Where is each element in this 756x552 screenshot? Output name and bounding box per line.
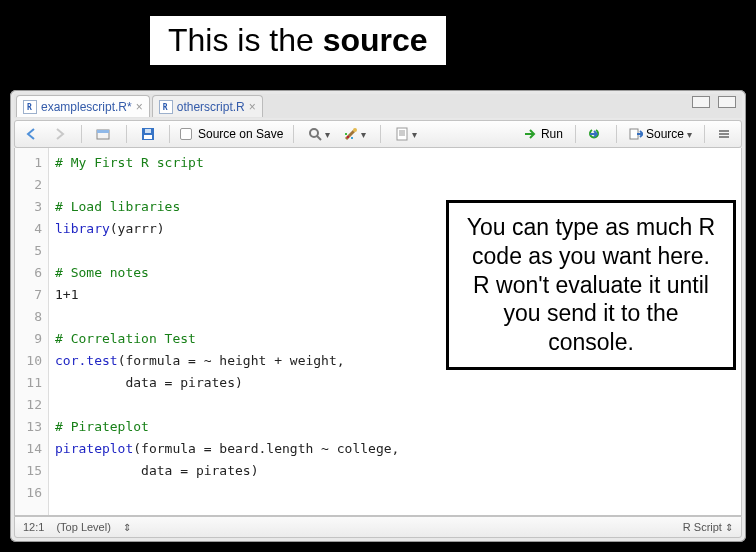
separator <box>293 125 294 143</box>
tab-label: otherscript.R <box>177 100 245 114</box>
page-title: This is the source <box>150 16 446 65</box>
svg-rect-4 <box>145 129 151 133</box>
line-number-gutter: 12345678910111213141516 <box>15 148 49 515</box>
line-number: 4 <box>15 218 42 240</box>
show-in-new-window-button[interactable] <box>92 125 116 143</box>
find-button[interactable]: ▾ <box>304 125 334 143</box>
separator <box>380 125 381 143</box>
line-number: 1 <box>15 152 42 174</box>
line-number: 14 <box>15 438 42 460</box>
source-on-save-checkbox[interactable] <box>180 128 192 140</box>
source-label: Source <box>646 127 684 141</box>
svg-point-10 <box>345 133 347 135</box>
code-line[interactable] <box>55 394 399 416</box>
code-line[interactable] <box>55 306 399 328</box>
close-icon[interactable]: × <box>249 100 256 114</box>
dropdown-icon: ▾ <box>361 129 366 140</box>
status-bar: 12:1 (Top Level) ⇕ R Script ⇕ <box>14 516 742 538</box>
separator <box>704 125 705 143</box>
tab-bar: examplescript.R* × otherscript.R × <box>14 94 742 118</box>
code-line[interactable] <box>55 482 399 504</box>
code-line[interactable]: 1+1 <box>55 284 399 306</box>
back-button[interactable] <box>21 126 43 142</box>
close-icon[interactable]: × <box>136 100 143 114</box>
tab-examplescript[interactable]: examplescript.R* × <box>16 95 150 117</box>
line-number: 6 <box>15 262 42 284</box>
hero-prefix: This is the <box>168 22 323 58</box>
file-type-dropdown-icon[interactable]: ⇕ <box>725 522 733 533</box>
maximize-pane-button[interactable] <box>718 96 736 108</box>
code-line[interactable]: data = pirates) <box>55 372 399 394</box>
source-button[interactable]: Source ▾ <box>625 125 696 143</box>
line-number: 13 <box>15 416 42 438</box>
svg-rect-3 <box>144 135 152 139</box>
svg-line-6 <box>317 136 321 140</box>
separator <box>81 125 82 143</box>
tab-label: examplescript.R* <box>41 100 132 114</box>
svg-rect-1 <box>97 130 109 133</box>
separator <box>616 125 617 143</box>
code-line[interactable]: data = pirates) <box>55 460 399 482</box>
save-button[interactable] <box>137 125 159 143</box>
run-button[interactable]: Run <box>520 125 567 143</box>
cursor-position: 12:1 <box>23 521 44 533</box>
forward-button[interactable] <box>49 126 71 142</box>
outline-button[interactable] <box>713 126 735 142</box>
code-line[interactable]: # Correlation Test <box>55 328 399 350</box>
pane-controls <box>692 96 736 108</box>
source-on-save-label: Source on Save <box>198 127 283 141</box>
code-tools-button[interactable]: ▾ <box>340 125 370 143</box>
line-number: 15 <box>15 460 42 482</box>
code-line[interactable]: # Some notes <box>55 262 399 284</box>
callout-text: You can type as much R code as you want … <box>467 214 715 355</box>
line-number: 10 <box>15 350 42 372</box>
code-line[interactable]: pirateplot(formula = beard.length ~ coll… <box>55 438 399 460</box>
svg-point-7 <box>353 128 357 132</box>
annotation-callout: You can type as much R code as you want … <box>446 200 736 370</box>
line-number: 2 <box>15 174 42 196</box>
scope-indicator[interactable]: (Top Level) <box>56 521 110 533</box>
line-number: 11 <box>15 372 42 394</box>
code-line[interactable]: cor.test(formula = ~ height + weight, <box>55 350 399 372</box>
code-line[interactable]: # Load libraries <box>55 196 399 218</box>
r-file-icon <box>23 100 37 114</box>
dropdown-icon: ▾ <box>412 129 417 140</box>
svg-point-9 <box>351 137 353 139</box>
editor-toolbar: Source on Save ▾ ▾ ▾ Run <box>14 120 742 148</box>
code-line[interactable]: library(yarrr) <box>55 218 399 240</box>
line-number: 16 <box>15 482 42 504</box>
line-number: 5 <box>15 240 42 262</box>
file-type-label[interactable]: R Script <box>683 521 722 533</box>
compile-report-button[interactable]: ▾ <box>391 125 421 143</box>
svg-rect-11 <box>397 128 407 140</box>
svg-rect-15 <box>630 129 638 139</box>
dropdown-icon: ▾ <box>325 129 330 140</box>
line-number: 7 <box>15 284 42 306</box>
minimize-pane-button[interactable] <box>692 96 710 108</box>
hero-bold: source <box>323 22 428 58</box>
code-line[interactable] <box>55 174 399 196</box>
separator <box>575 125 576 143</box>
tab-otherscript[interactable]: otherscript.R × <box>152 95 263 117</box>
code-line[interactable]: # Pirateplot <box>55 416 399 438</box>
line-number: 8 <box>15 306 42 328</box>
separator <box>169 125 170 143</box>
code-content[interactable]: # My First R script# Load librarieslibra… <box>49 148 405 515</box>
line-number: 3 <box>15 196 42 218</box>
scope-dropdown-icon[interactable]: ⇕ <box>123 522 131 533</box>
rerun-button[interactable] <box>584 126 608 142</box>
code-line[interactable]: # My First R script <box>55 152 399 174</box>
separator <box>126 125 127 143</box>
svg-point-5 <box>310 129 318 137</box>
svg-point-8 <box>347 136 349 138</box>
line-number: 9 <box>15 328 42 350</box>
dropdown-icon: ▾ <box>687 129 692 140</box>
line-number: 12 <box>15 394 42 416</box>
run-label: Run <box>541 127 563 141</box>
code-line[interactable] <box>55 240 399 262</box>
r-file-icon <box>159 100 173 114</box>
